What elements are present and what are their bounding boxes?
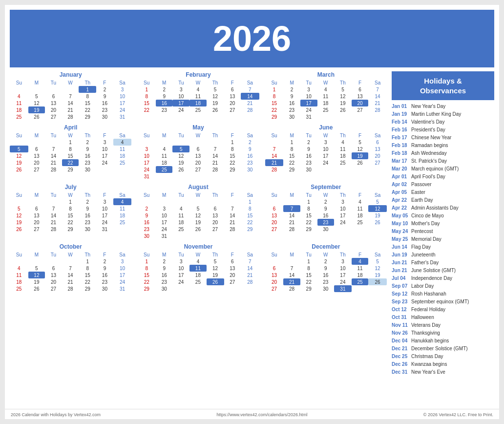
holiday-name: March equinox (GMT) [411, 166, 459, 172]
holiday-name: Juneteenth [411, 252, 436, 258]
holiday-date: Apr 05 [392, 189, 408, 196]
holiday-item: Dec 04Hanukkah begins [392, 338, 494, 344]
calendar-section: January SuMTuWThFSa 123 45678910 1112131… [10, 71, 387, 406]
holiday-item: Jun 21Father's Day [392, 259, 494, 266]
holiday-name: September equinox (GMT) [411, 298, 469, 305]
month-august: August SuMTuWThFSa 1 2345678 91011121314… [137, 184, 259, 239]
holiday-item: Feb 14Valentine's Day [392, 119, 494, 126]
year-header: 2026 [10, 10, 494, 67]
holiday-date: May 10 [392, 220, 408, 227]
holiday-date: Feb 14 [392, 119, 408, 126]
holiday-date: Sep 23 [392, 298, 408, 305]
holiday-name: Labor Day [411, 283, 434, 290]
holiday-date: Nov 26 [392, 330, 408, 337]
holiday-date: Jun 21 [392, 267, 408, 274]
page: 2026 January SuMTuWThFSa 123 45678910 11… [5, 5, 499, 419]
holiday-item: Jun 14Flag Day [392, 244, 494, 251]
month-july: July SuMTuWThFSa 1234 567891011 12131415… [10, 184, 131, 239]
holidays-list: Jan 01New Year's DayJan 19Martin Luther … [392, 103, 494, 376]
holiday-item: Mar 20March equinox (GMT) [392, 166, 494, 172]
holiday-name: New Year's Day [411, 103, 445, 110]
month-october: October SuMTuWThFSa 123 45678910 1112131… [10, 243, 131, 292]
holiday-date: Apr 22 [392, 205, 408, 212]
holiday-item: Nov 11Veterans Day [392, 322, 494, 329]
holiday-item: Feb 18Ash Wednesday [392, 150, 494, 157]
month-december: December SuMTuWThFSa 12345 6789101112 13… [265, 243, 387, 292]
footer-right: © 2026 Vertex42 LLC. Free to Print. [423, 412, 493, 417]
holiday-item: Jan 01New Year's Day [392, 103, 494, 110]
holiday-name: Flag Day [411, 244, 431, 251]
holiday-date: Apr 01 [392, 173, 408, 180]
holiday-name: Chinese New Year [411, 134, 451, 141]
footer-left: 2026 Calendar with Holidays by Vertex42.… [11, 412, 101, 417]
holiday-name: April Fool's Day [411, 173, 445, 180]
holiday-date: Dec 04 [392, 338, 408, 344]
holiday-date: Jun 19 [392, 252, 408, 258]
holiday-name: Veterans Day [411, 322, 441, 329]
holiday-name: Kwanzaa begins [411, 361, 447, 368]
holiday-name: Ramadan begins [411, 142, 448, 149]
holiday-date: Oct 31 [392, 314, 408, 321]
holiday-name: Pentecost [411, 228, 433, 235]
footer-center: https://www.vertex42.com/calendars/2026.… [216, 412, 307, 417]
months-grid: January SuMTuWThFSa 123 45678910 1112131… [10, 71, 387, 292]
holiday-item: Sep 23September equinox (GMT) [392, 298, 494, 305]
holiday-item: Dec 31New Year's Eve [392, 369, 494, 376]
holiday-name: Thanksgiving [411, 330, 440, 337]
holiday-item: May 05Cinco de Mayo [392, 212, 494, 219]
month-november: November SuMTuWThFSa 1234567 89101112131… [137, 243, 259, 292]
month-april: April SuMTuWThFSa 1234 567891011 1213141… [10, 124, 131, 180]
holiday-item: Jan 19Martin Luther King Day [392, 111, 494, 118]
holiday-item: Apr 02Passover [392, 181, 494, 188]
holiday-name: Memorial Day [411, 236, 441, 243]
holiday-date: Jan 01 [392, 103, 408, 110]
holiday-date: Mar 20 [392, 166, 408, 172]
holiday-date: Jul 04 [392, 275, 408, 282]
holiday-item: Jun 19Juneteenth [392, 252, 494, 258]
holiday-item: May 24Pentecost [392, 228, 494, 235]
month-march: March SuMTuWThFSa 1234567 891011121314 1… [265, 71, 387, 120]
holiday-item: Mar 17St. Patrick's Day [392, 158, 494, 165]
holiday-date: Jun 14 [392, 244, 408, 251]
holiday-name: Independence Day [411, 275, 452, 282]
holiday-name: December Solstice (GMT) [411, 345, 468, 352]
footer: 2026 Calendar with Holidays by Vertex42.… [5, 409, 499, 419]
holiday-item: Dec 21December Solstice (GMT) [392, 345, 494, 352]
holiday-name: Earth Day [411, 197, 433, 204]
holiday-name: New Year's Eve [411, 369, 445, 376]
holiday-date: Mar 17 [392, 158, 408, 165]
holiday-date: Feb 17 [392, 134, 408, 141]
holiday-item: Feb 17Chinese New Year [392, 134, 494, 141]
holiday-name: Valentine's Day [411, 119, 444, 126]
holiday-date: Feb 18 [392, 150, 408, 157]
holiday-name: Hanukkah begins [411, 338, 449, 344]
holiday-date: Sep 07 [392, 283, 408, 290]
holiday-name: Cinco de Mayo [411, 212, 444, 219]
holiday-date: Apr 22 [392, 197, 408, 204]
holiday-item: Dec 25Christmas Day [392, 353, 494, 360]
holiday-item: Jul 04Independence Day [392, 275, 494, 282]
holiday-date: Dec 25 [392, 353, 408, 360]
month-february: February SuMTuWThFSa 1234567 89101112131… [137, 71, 259, 120]
holiday-date: Nov 11 [392, 322, 408, 329]
holidays-panel: Holidays &Observances Jan 01New Year's D… [392, 71, 494, 406]
holiday-item: May 25Memorial Day [392, 236, 494, 243]
holiday-name: Christmas Day [411, 353, 443, 360]
holiday-item: Oct 31Halloween [392, 314, 494, 321]
holiday-name: Ash Wednesday [411, 150, 447, 157]
holiday-name: Admin Assistants Day [411, 205, 459, 212]
holidays-title: Holidays &Observances [392, 71, 494, 100]
month-january: January SuMTuWThFSa 123 45678910 1112131… [10, 71, 131, 120]
holiday-name: President's Day [411, 127, 445, 133]
holiday-name: Father's Day [411, 259, 439, 266]
holiday-date: Sep 12 [392, 291, 408, 297]
holiday-date: Jun 21 [392, 259, 408, 266]
holiday-date: Dec 31 [392, 369, 408, 376]
holiday-item: Feb 16President's Day [392, 127, 494, 133]
holiday-item: Sep 07Labor Day [392, 283, 494, 290]
holiday-item: Feb 18Ramadan begins [392, 142, 494, 149]
holiday-item: Apr 22Admin Assistants Day [392, 205, 494, 212]
holiday-name: Federal Holiday [411, 306, 445, 313]
holiday-name: Rosh Hashanah [411, 291, 446, 297]
holiday-name: Martin Luther King Day [411, 111, 461, 118]
